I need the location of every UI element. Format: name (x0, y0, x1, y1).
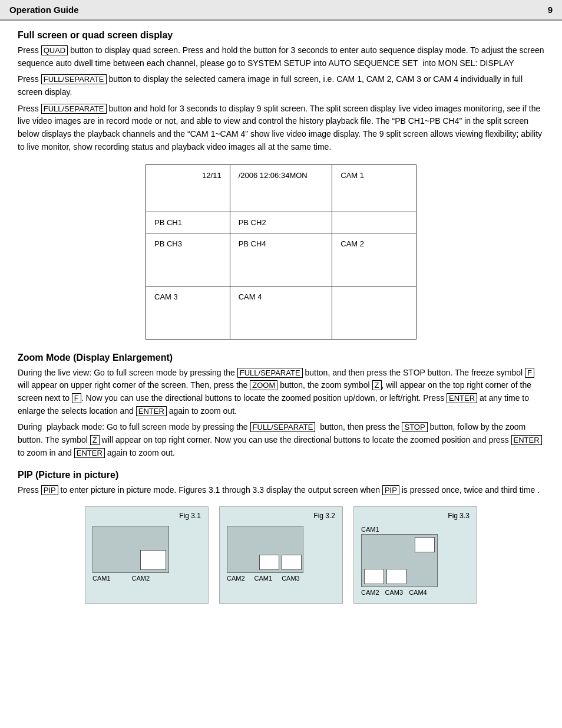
page-header: Operation Guide 9 (0, 0, 562, 21)
enter-btn-2: ENTER (136, 406, 167, 416)
zoom-para-2: During playback mode: Go to full screen … (18, 421, 544, 459)
fig31-cam2-label: CAM2 (132, 575, 150, 582)
pip-figure-32: Fig 3.2 CAM2 CAM1 CAM3 (219, 506, 343, 604)
full-separate-button-2: FULL/SEPARATE (41, 104, 107, 114)
fig32-cam3-label: CAM3 (282, 575, 300, 582)
fig32-cam-labels: CAM2 CAM1 CAM3 (227, 575, 300, 582)
pip-title: PIP (Picture in picture) (18, 470, 544, 480)
table-cell-cam4: CAM 4 (230, 286, 332, 339)
table-cell-empty-2 (332, 286, 416, 339)
pip-btn-1: PIP (41, 485, 58, 495)
fig33-pip-top (415, 537, 435, 552)
zoom-title: Zoom Mode (Display Enlargement) (18, 353, 544, 363)
stop-btn: STOP (402, 422, 427, 432)
fig31-main-screen (92, 526, 169, 573)
fig32-label: Fig 3.2 (313, 512, 335, 520)
fig33-main-screen (361, 534, 438, 587)
table-cell-date: 12/11 (146, 164, 230, 212)
zoom-btn: ZOOM (250, 380, 277, 390)
zoom-symbol-2: Z (90, 435, 100, 445)
split-screen-table: 12/11 /2006 12:06:34MON CAM 1 PB CH1 PB … (146, 164, 416, 340)
fullscreen-para-3: Press FULL/SEPARATE button and hold for … (18, 103, 544, 154)
table-cell-pbch1: PB CH1 (146, 212, 230, 233)
fig33-pip-b2 (386, 569, 406, 584)
zoom-symbol: Z (372, 380, 382, 390)
fig31-cam1-label: CAM1 (92, 575, 111, 582)
table-cell-pbch4: PB CH4 (230, 233, 332, 286)
fig33-cam2-label: CAM2 (361, 589, 379, 596)
header-page-number: 9 (548, 5, 553, 15)
table-cell-pbch2: PB CH2 (230, 212, 332, 233)
fig31-label: Fig 3.1 (179, 512, 201, 520)
freeze-symbol: F (525, 368, 534, 378)
fig33-label: Fig 3.3 (448, 512, 470, 520)
pip-figure-33: Fig 3.3 CAM1 CAM2 CAM3 CAM4 (353, 506, 477, 604)
table-cell-cam1: CAM 1 (332, 164, 416, 212)
fullscreen-title: Full screen or quad screen display (18, 30, 544, 41)
pip-figures-container: Fig 3.1 CAM1 CAM2 Fig 3.2 (18, 506, 544, 604)
fullscreen-para-2: Press FULL/SEPARATE button to display th… (18, 73, 544, 98)
fig32-main-screen (227, 526, 303, 573)
table-cell-empty-1 (332, 212, 416, 233)
fig33-pips-bottom (364, 569, 406, 584)
page-content: Full screen or quad screen display Press… (0, 30, 562, 615)
fig32-pip-screens (259, 555, 302, 570)
fig31-inner: CAM1 CAM2 (92, 526, 201, 582)
fullscreen-para-1: Press QUAD button to display quad screen… (18, 44, 544, 70)
fig33-inner: CAM1 CAM2 CAM3 CAM4 (361, 526, 470, 596)
fig32-pip1 (259, 555, 279, 570)
fig32-pip2 (282, 555, 302, 570)
full-separate-btn-zoom2: FULL/SEPARATE (250, 422, 316, 432)
fig33-cam1-top-label: CAM1 (361, 526, 379, 533)
header-title: Operation Guide (9, 5, 548, 15)
full-separate-button-1: FULL/SEPARATE (41, 74, 107, 84)
freeze-symbol-2: F (72, 393, 81, 403)
zoom-para-1: During the live view: Go to full screen … (18, 367, 544, 418)
table-cell-cam2: CAM 2 (332, 233, 416, 286)
table-cell-datetime: /2006 12:06:34MON (230, 164, 332, 212)
enter-btn-3: ENTER (511, 435, 542, 445)
quad-button: QUAD (41, 45, 68, 55)
enter-btn-1: ENTER (447, 393, 477, 403)
pip-btn-2: PIP (382, 485, 399, 495)
table-cell-pbch3: PB CH3 (146, 233, 230, 286)
fig31-cam-labels: CAM1 CAM2 (92, 575, 150, 582)
fig33-pip-b1 (364, 569, 384, 584)
fig33-cam4-label: CAM4 (409, 589, 427, 596)
fig32-inner: CAM2 CAM1 CAM3 (227, 526, 335, 582)
fig32-cam2-label: CAM2 (227, 575, 245, 582)
fig31-pip-screen (140, 550, 166, 570)
pip-figure-31: Fig 3.1 CAM1 CAM2 (85, 506, 209, 604)
fig32-cam1-label: CAM1 (254, 575, 273, 582)
fig33-cam-labels: CAM2 CAM3 CAM4 (361, 589, 427, 596)
pip-para: Press PIP to enter picture in picture mo… (18, 484, 544, 497)
full-separate-btn-zoom1: FULL/SEPARATE (237, 368, 303, 378)
enter-btn-4: ENTER (74, 448, 105, 458)
fig33-cam3-label: CAM3 (385, 589, 404, 596)
table-cell-cam3: CAM 3 (146, 286, 230, 339)
